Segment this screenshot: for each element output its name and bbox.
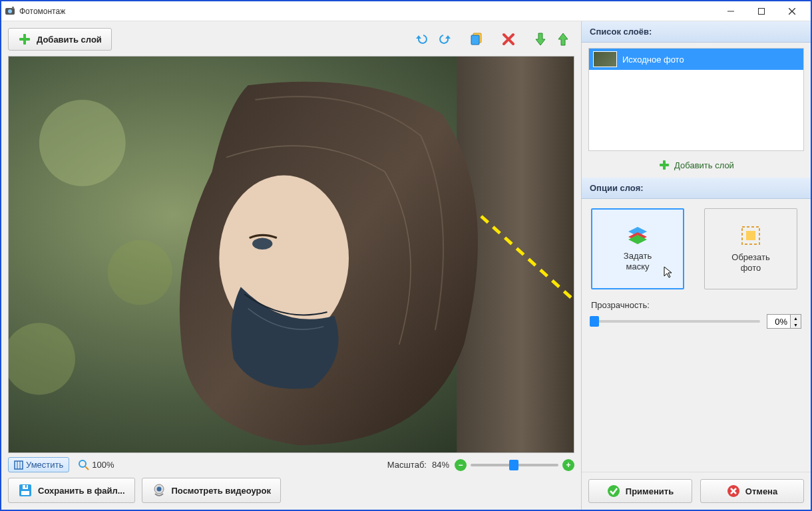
svg-rect-29: [25, 485, 27, 488]
spin-up[interactable]: ▲: [790, 315, 801, 321]
opacity-spinbox[interactable]: ▲▼: [767, 314, 801, 329]
video-tutorial-button[interactable]: Посмотреть видеоурок: [142, 478, 281, 503]
svg-rect-10: [471, 35, 479, 45]
opacity-label: Прозрачность:: [591, 300, 801, 310]
bottom-actions: Сохранить в файл... Посмотреть видеоурок: [8, 478, 574, 503]
window-title: Фотомонтаж: [19, 7, 715, 16]
cancel-label: Отмена: [745, 486, 777, 496]
zoom-slider[interactable]: − +: [455, 459, 574, 471]
svg-rect-33: [660, 164, 669, 166]
add-layer-link-label: Добавить слой: [674, 160, 734, 170]
plus-icon: [658, 159, 670, 171]
titlebar: Фотомонтаж: [1, 1, 811, 21]
canvas[interactable]: [8, 56, 574, 453]
zoom-100-button[interactable]: 100%: [75, 458, 118, 472]
minimize-button[interactable]: [715, 2, 746, 21]
fit-label: Уместить: [26, 460, 63, 470]
maximize-button[interactable]: [746, 2, 777, 21]
fit-icon: [14, 460, 23, 470]
layer-thumbnail: [593, 51, 617, 67]
check-icon: [607, 484, 620, 498]
svg-point-14: [39, 100, 126, 186]
move-up-button[interactable]: [552, 28, 574, 51]
svg-point-16: [108, 240, 172, 305]
save-icon: [18, 483, 33, 498]
add-layer-link[interactable]: Добавить слой: [582, 155, 811, 178]
svg-rect-21: [15, 461, 23, 469]
zoom-thumb[interactable]: [509, 460, 518, 470]
svg-point-36: [608, 485, 620, 497]
cursor-icon: [663, 265, 674, 279]
move-down-button[interactable]: [529, 28, 552, 51]
cancel-icon: [727, 484, 740, 498]
close-button[interactable]: [777, 2, 807, 21]
svg-rect-35: [746, 231, 755, 240]
undo-button[interactable]: [411, 28, 433, 51]
crop-photo-label: Обрезать фото: [731, 252, 769, 273]
add-layer-label: Добавить слой: [37, 35, 102, 45]
magnifier-icon: [79, 460, 89, 470]
svg-point-1: [8, 9, 12, 13]
fit-button[interactable]: Уместить: [8, 457, 69, 472]
dialog-actions: Применить Отмена: [582, 472, 811, 510]
zoom-track[interactable]: [471, 464, 558, 466]
svg-point-19: [252, 238, 272, 250]
crop-icon: [739, 224, 762, 247]
save-button[interactable]: Сохранить в файл...: [8, 478, 135, 503]
svg-point-31: [156, 487, 161, 492]
cancel-button[interactable]: Отмена: [700, 479, 804, 503]
zoom-label: Масштаб:: [387, 460, 427, 470]
opacity-input[interactable]: [767, 315, 790, 328]
zoom-out-button[interactable]: −: [455, 459, 467, 471]
save-label: Сохранить в файл...: [38, 486, 125, 496]
delete-button[interactable]: [497, 28, 520, 51]
svg-rect-8: [19, 38, 30, 41]
spin-down[interactable]: ▼: [790, 321, 801, 328]
layers-icon: [626, 226, 650, 246]
layer-item[interactable]: Исходное фото: [589, 49, 803, 70]
opacity-thumb[interactable]: [590, 316, 599, 327]
crop-photo-tile[interactable]: Обрезать фото: [704, 208, 797, 289]
set-mask-tile[interactable]: Задать маску: [591, 208, 684, 289]
svg-rect-2: [12, 7, 14, 9]
option-tiles: Задать маску Обрезать фото: [582, 199, 811, 295]
side-panel: Список слоёв: Исходное фото Добавить сло…: [581, 21, 811, 510]
layers-header: Список слоёв:: [582, 21, 811, 43]
layer-list[interactable]: Исходное фото: [588, 48, 804, 151]
main-panel: Добавить слой: [1, 21, 581, 510]
video-label: Посмотреть видеоурок: [172, 486, 271, 496]
redo-button[interactable]: [433, 28, 456, 51]
svg-rect-27: [21, 491, 29, 495]
plus-icon: [18, 33, 31, 46]
svg-line-25: [85, 466, 89, 470]
svg-rect-4: [759, 8, 765, 14]
photo-image: [9, 57, 574, 452]
duplicate-button[interactable]: [465, 28, 488, 51]
svg-point-24: [79, 460, 86, 467]
zoom-bar: Уместить 100% Масштаб: 84% − +: [8, 457, 574, 472]
opacity-row: Прозрачность: ▲▼: [582, 295, 811, 334]
webcam-icon: [152, 483, 166, 498]
options-header: Опции слоя:: [582, 178, 811, 199]
opacity-slider[interactable]: [591, 320, 760, 323]
app-icon: [5, 6, 15, 17]
apply-label: Применить: [626, 486, 674, 496]
zoom-value: 84%: [432, 460, 449, 470]
layer-label: Исходное фото: [622, 55, 684, 65]
add-layer-button[interactable]: Добавить слой: [8, 28, 112, 51]
set-mask-label: Задать маску: [624, 251, 652, 271]
apply-button[interactable]: Применить: [588, 479, 692, 503]
zoom-in-button[interactable]: +: [562, 459, 574, 471]
toolbar: Добавить слой: [8, 28, 574, 51]
zoom-100-label: 100%: [92, 460, 114, 470]
